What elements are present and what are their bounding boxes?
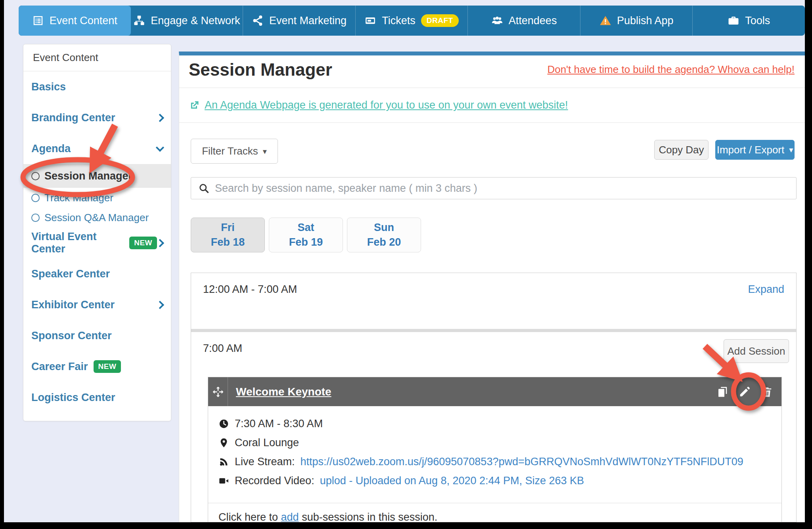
add-session-button[interactable]: Add Session	[724, 339, 789, 363]
session-card: Welcome Keynote 7:30 AM - 8:30 AM	[208, 377, 782, 522]
sidebar-item-session-qa-manager[interactable]: Session Q&A Manager	[23, 208, 171, 227]
date-label: Feb 20	[367, 235, 401, 250]
top-nav: Event Content Engage & Network Event Mar…	[19, 6, 805, 36]
panel-header: Session Manager Don't have time to build…	[179, 55, 805, 88]
toolbar: Filter Tracks ▾ Copy Day Import / Export…	[179, 123, 805, 177]
radio-icon	[31, 194, 40, 202]
draft-badge: DRAFT	[421, 14, 459, 27]
radio-icon	[31, 214, 40, 222]
copy-day-button[interactable]: Copy Day	[654, 140, 709, 160]
filter-tracks-button[interactable]: Filter Tracks ▾	[191, 139, 278, 164]
sidebar-item-basics[interactable]: Basics	[23, 71, 171, 102]
slot-divider	[191, 329, 796, 332]
day-label: Sun	[374, 220, 394, 235]
sidebar-item-label: Branding Center	[31, 112, 115, 124]
subsession-text: Click here to	[218, 511, 281, 522]
search-input[interactable]	[215, 182, 789, 195]
sidebar-item-branding-center[interactable]: Branding Center	[23, 102, 171, 133]
tab-event-marketing[interactable]: Event Marketing	[243, 6, 356, 36]
day-tabs: Fri Feb 18 Sat Feb 19 Sun Feb 20	[191, 218, 421, 252]
sidebar-item-label: Session Manager	[44, 170, 132, 182]
day-label: Fri	[221, 220, 235, 235]
filter-tracks-label: Filter Tracks	[202, 145, 258, 157]
tab-tickets[interactable]: Tickets DRAFT	[356, 6, 468, 36]
sidebar-item-label: Virtual Event Center	[31, 231, 124, 255]
date-label: Feb 18	[211, 235, 245, 250]
agenda-webpage-row: An Agenda Webpage is generated for you t…	[179, 88, 805, 123]
stream-icon	[218, 456, 229, 467]
time-label: 7:00 AM	[203, 342, 242, 355]
sidebar-item-label: Basics	[31, 81, 66, 93]
sidebar-item-speaker-center[interactable]: Speaker Center	[23, 258, 171, 289]
time-range-label: 12:00 AM - 7:00 AM	[203, 283, 297, 296]
sidebar-item-session-manager[interactable]: Session Manager	[23, 164, 171, 188]
import-export-button[interactable]: Import / Export ▾	[715, 140, 795, 160]
agenda-webpage-link[interactable]: An Agenda Webpage is generated for you t…	[205, 99, 568, 111]
move-handle[interactable]	[208, 377, 228, 406]
session-details: 7:30 AM - 8:30 AM Coral Lounge Live Stre…	[208, 406, 781, 490]
sidebar-item-agenda[interactable]: Agenda	[23, 133, 171, 164]
users-icon	[491, 15, 503, 27]
main-panel: Session Manager Don't have time to build…	[179, 52, 805, 522]
tab-label: Event Marketing	[269, 15, 347, 27]
tab-label: Tickets	[382, 15, 416, 27]
session-title[interactable]: Welcome Keynote	[236, 386, 331, 398]
chevron-right-icon	[156, 239, 164, 247]
tab-publish-app[interactable]: Publish App	[580, 6, 693, 36]
recorded-video-link[interactable]: uplod - Uploaded on Aug 8, 2020 2:44 PM,…	[320, 475, 584, 487]
tab-engage-network[interactable]: Engage & Network	[131, 6, 243, 36]
session-search-box	[191, 177, 797, 199]
live-stream-url[interactable]: https://us02web.zoom.us/j/96095070853?pw…	[301, 456, 743, 468]
tab-event-content[interactable]: Event Content	[19, 6, 131, 36]
sidebar-item-career-fair[interactable]: Career Fair NEW	[23, 351, 171, 382]
day-tab-sun[interactable]: Sun Feb 20	[347, 218, 421, 252]
recorded-video-row: Recorded Video: uplod - Uploaded on Aug …	[218, 471, 781, 490]
whova-admin-app: Event Content Engage & Network Event Mar…	[4, 0, 805, 522]
edit-pencil-icon[interactable]	[739, 386, 751, 398]
trash-icon[interactable]	[761, 386, 773, 398]
expand-link[interactable]: Expand	[748, 283, 784, 296]
date-label: Feb 19	[289, 235, 323, 250]
sidebar-item-label: Exhibitor Center	[31, 299, 115, 311]
time-slot-7am: 7:00 AM Add Session Welcome Keynote	[191, 332, 796, 522]
location-pin-icon	[218, 437, 229, 448]
move-icon	[212, 386, 224, 398]
sitemap-icon	[133, 15, 145, 27]
sidebar-item-logistics-center[interactable]: Logistics Center	[23, 382, 171, 413]
external-link-icon	[189, 100, 200, 111]
ticket-icon	[364, 15, 376, 27]
tab-label: Attendees	[509, 15, 557, 27]
day-tab-fri[interactable]: Fri Feb 18	[191, 218, 265, 252]
search-icon	[198, 183, 209, 194]
new-badge: NEW	[94, 360, 121, 373]
tab-label: Engage & Network	[151, 15, 240, 27]
day-tab-sat[interactable]: Sat Feb 19	[269, 218, 343, 252]
page-title: Session Manager	[189, 60, 332, 80]
import-export-label: Import / Export	[717, 144, 785, 156]
tab-attendees[interactable]: Attendees	[468, 6, 580, 36]
sidebar-item-label: Speaker Center	[31, 268, 110, 280]
whova-help-link[interactable]: Don't have time to build the agenda? Who…	[547, 63, 795, 76]
sidebar-item-virtual-event-center[interactable]: Virtual Event Center NEW	[23, 227, 171, 258]
sidebar-item-track-manager[interactable]: Track Manager	[23, 188, 171, 208]
add-subsession-link[interactable]: add	[281, 511, 299, 522]
session-time-row: 7:30 AM - 8:30 AM	[218, 414, 781, 433]
add-session-label: Add Session	[728, 345, 785, 357]
tab-tools[interactable]: Tools	[693, 6, 805, 36]
agenda-container: 12:00 AM - 7:00 AM Expand 7:00 AM Add Se…	[191, 273, 797, 522]
list-icon	[32, 15, 44, 27]
tab-label: Event Content	[50, 15, 117, 27]
sidebar: Event Content Basics Branding Center Age…	[23, 44, 171, 421]
sidebar-item-exhibitor-center[interactable]: Exhibitor Center	[23, 289, 171, 320]
session-location-row: Coral Lounge	[218, 433, 781, 452]
sidebar-item-label: Sponsor Center	[31, 330, 112, 342]
share-icon	[252, 15, 264, 27]
copy-icon[interactable]	[716, 386, 728, 398]
sidebar-item-label: Track Manager	[44, 192, 113, 204]
warning-icon	[599, 15, 611, 27]
session-card-header: Welcome Keynote	[208, 377, 781, 406]
sidebar-item-sponsor-center[interactable]: Sponsor Center	[23, 320, 171, 351]
live-stream-row: Live Stream: https://us02web.zoom.us/j/9…	[218, 452, 781, 471]
session-actions	[716, 386, 781, 398]
copy-day-label: Copy Day	[659, 144, 704, 156]
